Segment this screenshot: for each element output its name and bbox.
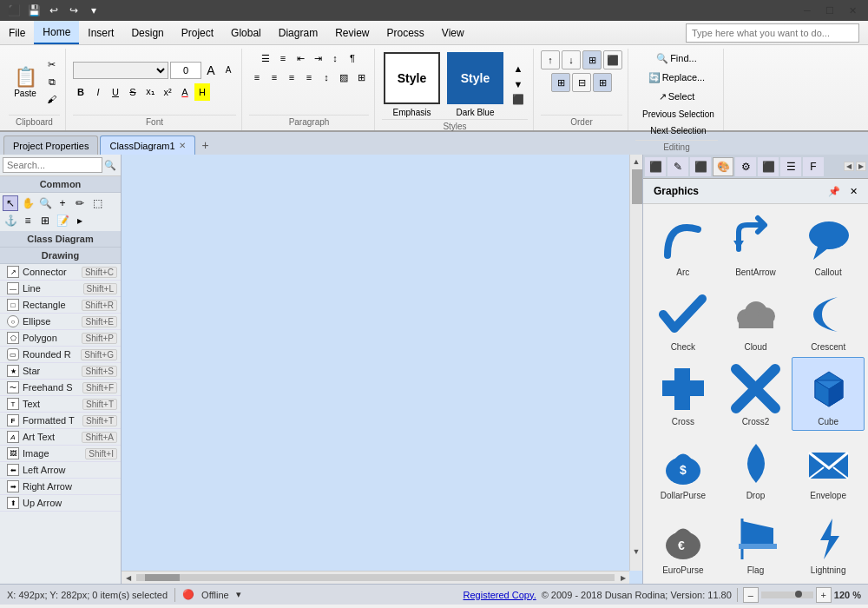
drawing-item-rectangle[interactable]: □ Rectangle Shift+R	[0, 297, 121, 314]
menu-file[interactable]: File	[0, 21, 34, 44]
menu-global[interactable]: Global	[222, 21, 270, 44]
graphics-item-callout[interactable]: Callout	[792, 208, 865, 282]
strikethrough-button[interactable]: S	[125, 83, 141, 101]
drawing-item-right-arrow[interactable]: ➡ Right Arrow	[0, 479, 121, 495]
graphics-item-dollarpurse[interactable]: $ DollarPurse	[647, 431, 720, 506]
indent-decrease-button[interactable]: ⇤	[293, 50, 308, 66]
drawing-item-star[interactable]: ★ Star Shift+S	[0, 363, 121, 380]
font-size-decrease[interactable]: A	[220, 62, 236, 79]
align-right-button[interactable]: ≡	[284, 69, 299, 85]
drawing-item-up-arrow[interactable]: ⬆ Up Arrow	[0, 495, 121, 512]
cut-button[interactable]: ✂	[43, 56, 60, 72]
close-button[interactable]: ✕	[842, 2, 863, 19]
registered-copy-link[interactable]: Registered Copy.	[464, 590, 536, 600]
graphics-item-flag[interactable]: Flag	[720, 506, 792, 580]
find-button[interactable]: 🔍 Find...	[652, 50, 701, 66]
font-size-input[interactable]	[170, 62, 201, 79]
tool-eraser[interactable]: ⬚	[89, 195, 105, 211]
menu-review[interactable]: Review	[326, 21, 378, 44]
menu-home[interactable]: Home	[34, 21, 79, 44]
justify-button[interactable]: ≡	[301, 69, 317, 85]
graphics-item-check[interactable]: Check	[647, 282, 720, 357]
tab-add-button[interactable]: +	[197, 135, 214, 155]
zoom-slider[interactable]	[761, 591, 813, 598]
graphics-item-cloud[interactable]: Cloud	[720, 282, 792, 357]
tool-note[interactable]: 📝	[55, 213, 70, 228]
rp-tab-6[interactable]: ⬛	[758, 157, 779, 176]
shading-button[interactable]: ▨	[336, 69, 352, 85]
graphics-item-europurse[interactable]: € EuroPurse	[647, 506, 720, 580]
vertical-scrollbar[interactable]: ▲ ▼	[629, 155, 642, 571]
menu-design[interactable]: Design	[122, 21, 172, 44]
drawing-item-freehand[interactable]: 〜 Freehand S Shift+F	[0, 380, 121, 396]
prev-selection-button[interactable]: Previous Selection	[639, 106, 718, 122]
order-btn-6[interactable]: ⊟	[572, 73, 591, 92]
drawing-item-art-text[interactable]: A Art Text Shift+A	[0, 429, 121, 446]
right-panel-close[interactable]: ✕	[844, 182, 863, 201]
right-panel-pin[interactable]: 📌	[825, 182, 844, 201]
graphics-item-cube[interactable]: Cube	[792, 357, 865, 432]
tool-hand[interactable]: ✋	[20, 195, 36, 211]
menu-view[interactable]: View	[433, 21, 473, 44]
tool-anchor[interactable]: ⚓	[3, 213, 18, 228]
replace-button[interactable]: 🔄 Replace...	[644, 69, 710, 85]
tool-more[interactable]: ▸	[72, 213, 88, 228]
next-selection-button[interactable]: Next Selection	[639, 122, 718, 138]
menu-insert[interactable]: Insert	[79, 21, 122, 44]
tab-close-button[interactable]: ✕	[179, 141, 186, 150]
order-btn-2[interactable]: ↓	[562, 50, 581, 69]
offline-dropdown[interactable]: ▾	[236, 589, 241, 600]
menu-diagram[interactable]: Diagram	[270, 21, 326, 44]
graphics-item-crescent[interactable]: Crescent	[792, 282, 865, 357]
drawing-item-line[interactable]: — Line Shift+L	[0, 281, 121, 297]
rp-tab-3[interactable]: ⬛	[690, 157, 711, 176]
rp-tab-8[interactable]: F	[803, 157, 824, 176]
font-size-increase[interactable]: A	[203, 62, 219, 79]
maximize-button[interactable]: ☐	[819, 2, 840, 19]
indent-increase-button[interactable]: ⇥	[310, 50, 326, 66]
underline-button[interactable]: U	[108, 83, 123, 101]
redo-button[interactable]: ↪	[65, 2, 82, 19]
drawing-item-ellipse[interactable]: ○ Ellipse Shift+E	[0, 314, 121, 330]
scroll-left-button[interactable]: ◀	[122, 572, 135, 585]
align-center-button[interactable]: ≡	[266, 69, 282, 85]
horizontal-scrollbar[interactable]: ◀ ▶	[122, 571, 629, 584]
order-btn-5[interactable]: ⊞	[551, 73, 570, 92]
zoom-in-button[interactable]: +	[816, 587, 832, 603]
app-icon[interactable]: ⬛	[5, 2, 23, 19]
graphics-item-drop[interactable]: Drop	[720, 431, 792, 506]
customize-button[interactable]: ▾	[85, 2, 102, 19]
menu-project[interactable]: Project	[173, 21, 222, 44]
panel-search-input[interactable]	[3, 157, 102, 173]
rp-tab-1[interactable]: ⬛	[645, 157, 666, 176]
undo-button[interactable]: ↩	[45, 2, 62, 19]
styles-scroll-up[interactable]: ▲	[510, 61, 527, 76]
tab-class-diagram[interactable]: ClassDiagram1 ✕	[100, 135, 194, 155]
drawing-item-left-arrow[interactable]: ⬅ Left Arrow	[0, 462, 121, 479]
sort-button[interactable]: ↕	[327, 50, 343, 66]
select-button[interactable]: ↗ Select	[654, 89, 700, 104]
drawing-item-formatted-text[interactable]: F Formatted T Shift+T	[0, 413, 121, 429]
zoom-out-button[interactable]: –	[743, 587, 759, 603]
bold-button[interactable]: B	[73, 83, 89, 101]
scroll-thumb[interactable]	[145, 574, 180, 581]
styles-scroll-down[interactable]: ▼	[510, 76, 527, 92]
tool-pointer[interactable]: ↖	[3, 195, 18, 211]
graphics-item-lightning[interactable]: Lightning	[792, 506, 865, 580]
superscript-button[interactable]: x²	[160, 83, 175, 101]
right-panel-scroll-up[interactable]: ◀	[844, 162, 854, 171]
font-name-select[interactable]	[73, 62, 168, 79]
tool-list[interactable]: ≡	[20, 213, 36, 228]
drawing-item-image[interactable]: 🖼 Image Shift+I	[0, 446, 121, 462]
styles-more[interactable]: ⬛	[509, 92, 528, 108]
drawing-item-text[interactable]: T Text Shift+T	[0, 396, 121, 413]
font-color-button[interactable]: A	[177, 83, 193, 101]
graphics-item-cross[interactable]: Cross	[647, 357, 720, 432]
graphics-item-cross2[interactable]: Cross2	[720, 357, 792, 432]
rp-tab-5[interactable]: ⚙	[735, 157, 756, 176]
italic-button[interactable]: I	[90, 83, 106, 101]
list-unordered-button[interactable]: ☰	[258, 50, 273, 66]
style-dark-blue-button[interactable]: Style	[447, 52, 503, 104]
tool-zoom[interactable]: 🔍	[37, 195, 53, 211]
menu-process[interactable]: Process	[378, 21, 433, 44]
